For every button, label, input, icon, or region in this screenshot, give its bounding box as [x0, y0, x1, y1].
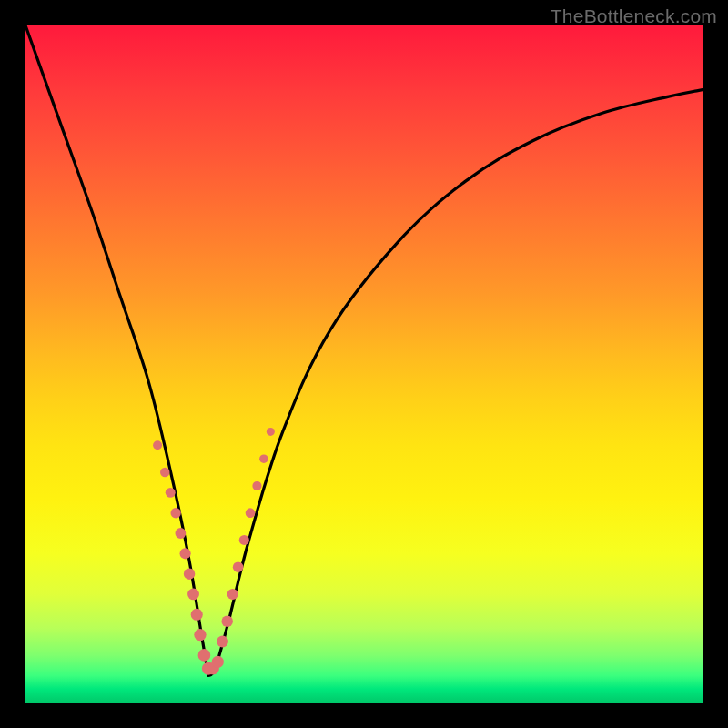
data-point-marker — [246, 508, 256, 518]
data-point-marker — [221, 615, 232, 626]
data-point-marker — [180, 548, 191, 559]
data-point-marker — [267, 428, 275, 436]
data-point-marker — [233, 561, 244, 572]
data-point-marker — [239, 535, 249, 545]
chart-svg — [25, 25, 703, 703]
data-point-marker — [187, 589, 199, 601]
data-point-marker — [184, 568, 195, 579]
watermark-text: TheBottleneck.com — [551, 5, 717, 27]
data-point-marker — [175, 528, 186, 539]
data-point-marker — [170, 508, 180, 518]
data-point-marker — [191, 609, 203, 621]
data-point-marker — [194, 629, 206, 641]
data-point-marker — [166, 488, 176, 498]
data-point-marker — [228, 589, 238, 600]
data-point-marker — [252, 481, 261, 490]
data-point-marker — [153, 440, 162, 450]
data-point-marker — [198, 649, 211, 662]
bottleneck-curve — [25, 25, 208, 675]
data-point-marker — [217, 636, 228, 648]
data-point-marker — [259, 454, 268, 463]
data-point-marker — [212, 656, 224, 668]
chart-plot-area — [25, 25, 703, 703]
bottleneck-curve — [208, 90, 703, 676]
data-point-marker — [160, 468, 170, 478]
